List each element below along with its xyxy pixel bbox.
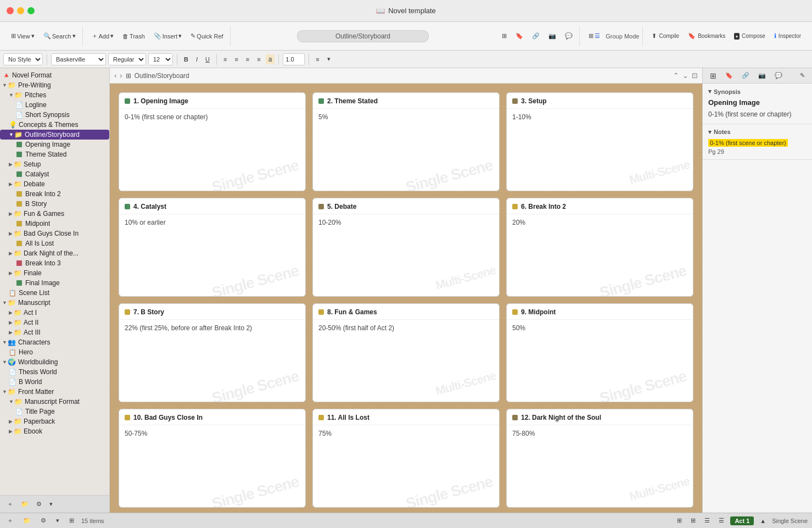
card-5[interactable]: 5. Debate 10-20% Multi-Scene xyxy=(312,198,500,297)
sidebar-item-pitches[interactable]: ▼ 📁 Pitches xyxy=(0,90,109,100)
card-9[interactable]: 9. Midpoint 50% Single Scene xyxy=(506,303,693,402)
view-button[interactable]: ⊞ View ▾ xyxy=(8,31,38,41)
group-mode-button[interactable]: ⊞ ☰ xyxy=(585,31,603,41)
sidebar-item-bad-guys-close-in[interactable]: ▶ 📁 Bad Guys Close In xyxy=(0,229,109,238)
sidebar-item-act-i[interactable]: ▶ 📁 Act I xyxy=(0,308,109,318)
sidebar-item-manuscript[interactable]: ▼ 📁 Manuscript xyxy=(0,298,109,308)
bookmarks-button[interactable]: 🔖 Bookmarks xyxy=(685,31,729,41)
inspector-button[interactable]: ℹ Inspector xyxy=(771,31,804,41)
add-button[interactable]: ＋ Add ▾ xyxy=(88,30,117,42)
sidebar-item-novel-format[interactable]: 🔺 Novel Format xyxy=(0,70,109,80)
align-justify-button[interactable]: ≡ xyxy=(254,55,263,64)
minimize-button[interactable] xyxy=(17,7,24,14)
sidebar-item-setup[interactable]: ▶ 📁 Setup xyxy=(0,159,109,169)
sidebar-item-break-into-2[interactable]: Break Into 2 xyxy=(0,189,109,199)
sidebar-item-manuscript-format[interactable]: ▼ 📁 Manuscript Format xyxy=(0,397,109,407)
sidebar-item-concepts-themes[interactable]: 💡 Concepts & Themes xyxy=(0,120,109,130)
sidebar-item-b-world[interactable]: 📄 B World xyxy=(0,377,109,387)
back-button[interactable]: ‹ xyxy=(114,71,116,80)
quick-ref-button[interactable]: ✎ Quick Ref xyxy=(187,31,226,41)
status-chevron-button[interactable]: ▾ xyxy=(53,516,62,525)
bold-button[interactable]: B xyxy=(181,55,191,64)
card-11[interactable]: 11. All Is Lost 75% Single Scene xyxy=(312,409,500,508)
sidebar-item-theme-stated[interactable]: Theme Stated xyxy=(0,149,109,159)
status-path-button[interactable]: ⊞ xyxy=(66,516,77,525)
sidebar-item-outline-storyboard[interactable]: ▼ 📁 Outline/Storyboard xyxy=(0,130,109,140)
sidebar-item-dark-night[interactable]: ▶ 📁 Dark Night of the... xyxy=(0,248,109,258)
sidebar-item-front-matter[interactable]: ▼ 📁 Front Matter xyxy=(0,387,109,397)
list-button[interactable]: ≡ xyxy=(313,55,322,64)
card-12[interactable]: 12. Dark Night of the Soul 75-80% Multi-… xyxy=(506,409,693,508)
sidebar-item-finale[interactable]: ▶ 📁 Finale xyxy=(0,268,109,278)
sidebar-item-pre-writing[interactable]: ▼ 📁 Pre-Writing xyxy=(0,80,109,90)
weight-select[interactable]: Regular xyxy=(108,53,146,65)
panel-view-button[interactable]: ⊞ xyxy=(707,70,719,81)
sidebar-item-act-ii[interactable]: ▶ 📁 Act II xyxy=(0,318,109,327)
add-folder-button[interactable]: 📁 xyxy=(18,499,31,509)
sidebar-item-title-page[interactable]: 📄 Title Page xyxy=(0,407,109,416)
status-folder-button[interactable]: 📁 xyxy=(20,516,33,525)
line-spacing-input[interactable] xyxy=(283,53,305,65)
sidebar-item-b-story[interactable]: B Story xyxy=(0,199,109,209)
comment-button[interactable]: 💬 xyxy=(562,31,576,41)
style-select[interactable]: No Style xyxy=(3,53,43,65)
align-right-button[interactable]: ≡ xyxy=(243,55,252,64)
split-view-button[interactable]: ⊞ xyxy=(688,516,698,525)
sidebar-menu-button[interactable]: ⚙ xyxy=(33,499,44,509)
sidebar-more-button[interactable]: ▾ xyxy=(47,499,55,509)
status-menu-button[interactable]: ⚙ xyxy=(38,516,49,525)
camera-button[interactable]: 📷 xyxy=(545,31,559,41)
bookmark-toggle-button[interactable]: 🔖 xyxy=(512,31,527,41)
sidebar-item-debate[interactable]: ▶ 📁 Debate xyxy=(0,179,109,189)
sidebar-item-act-iii[interactable]: ▶ 📁 Act III xyxy=(0,327,109,337)
sidebar-item-paperback[interactable]: ▶ 📁 Paperback xyxy=(0,416,109,426)
card-3[interactable]: 3. Setup 1-10% Multi-Scene xyxy=(506,92,693,191)
align-center-button[interactable]: ≡ xyxy=(232,55,240,64)
search-button[interactable]: 🔍 Search ▾ xyxy=(40,31,79,41)
card-8[interactable]: 8. Fun & Games 20-50% (first half of Act… xyxy=(312,303,500,402)
inspector-toggle-button[interactable]: ⊞ xyxy=(499,31,510,41)
list-chevron-button[interactable]: ▾ xyxy=(324,54,333,64)
sidebar-item-characters[interactable]: ▼ 👥 Characters xyxy=(0,337,109,347)
path-down-button[interactable]: ⌄ xyxy=(682,71,688,80)
sidebar-item-final-image[interactable]: Final Image xyxy=(0,278,109,288)
sidebar-item-midpoint[interactable]: Midpoint xyxy=(0,219,109,229)
forward-button[interactable]: › xyxy=(120,71,122,80)
insert-button[interactable]: 📎 Insert ▾ xyxy=(150,31,186,41)
sidebar-item-catalyst[interactable]: Catalyst xyxy=(0,169,109,179)
link-button[interactable]: 🔗 xyxy=(529,31,543,41)
add-item-button[interactable]: ＋ xyxy=(4,499,16,509)
card-6[interactable]: 6. Break Into 2 20% Single Scene xyxy=(506,198,693,297)
path-expand-button[interactable]: ⊡ xyxy=(692,71,698,80)
panel-bookmark-button[interactable]: 🔖 xyxy=(723,71,736,80)
sidebar-item-logline[interactable]: 📄 Logline xyxy=(0,100,109,110)
card-2[interactable]: 2. Theme Stated 5% Single Scene xyxy=(312,92,500,191)
sidebar-item-worldbuilding[interactable]: ▼ 🌍 Worldbuilding xyxy=(0,357,109,367)
underline-button[interactable]: U xyxy=(203,55,212,64)
card-1[interactable]: 1. Opening Image 0-1% (first scene or ch… xyxy=(119,92,306,191)
act-up-button[interactable]: ▲ xyxy=(757,516,769,525)
sidebar-item-ebook[interactable]: ▶ 📁 Ebook xyxy=(0,426,109,436)
compose-button[interactable]: ▪ Compose xyxy=(731,31,769,41)
outline-view-button[interactable]: ☰ xyxy=(716,516,727,525)
panel-link-button[interactable]: 🔗 xyxy=(739,71,752,80)
list-view-button[interactable]: ☰ xyxy=(702,516,713,525)
font-select[interactable]: Baskerville xyxy=(51,53,106,65)
status-add-button[interactable]: ＋ xyxy=(4,515,16,526)
close-button[interactable] xyxy=(7,7,14,14)
panel-camera-button[interactable]: 📷 xyxy=(755,71,769,80)
sidebar-item-all-is-lost[interactable]: All Is Lost xyxy=(0,238,109,248)
sidebar-item-break-into-3[interactable]: Break Into 3 xyxy=(0,258,109,268)
trash-button[interactable]: 🗑 Trash xyxy=(119,31,148,41)
size-select[interactable]: 12 xyxy=(148,53,173,65)
sidebar-item-thesis-world[interactable]: 📄 Thesis World xyxy=(0,367,109,377)
grid-view-button[interactable]: ⊞ xyxy=(674,516,685,525)
sidebar-item-scene-list[interactable]: 📋 Scene List xyxy=(0,288,109,298)
sidebar-item-opening-image[interactable]: Opening Image xyxy=(0,140,109,149)
maximize-button[interactable] xyxy=(27,7,35,14)
panel-edit-button[interactable]: ✎ xyxy=(797,71,808,80)
compile-button[interactable]: ⬆ Compile xyxy=(648,31,682,41)
sidebar-item-short-synopsis[interactable]: 📄 Short Synopsis xyxy=(0,110,109,120)
sidebar-item-hero[interactable]: 📋 Hero xyxy=(0,347,109,357)
path-up-button[interactable]: ⌃ xyxy=(673,71,679,80)
